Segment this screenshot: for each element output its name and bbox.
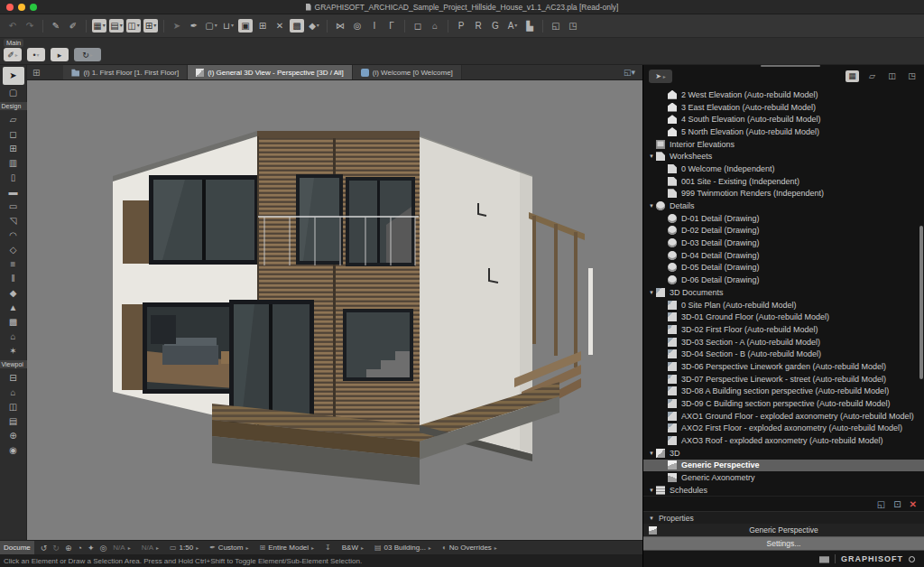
element-table-icon[interactable]: ⊞ (255, 19, 270, 33)
object-tool[interactable]: ⌂ (3, 330, 24, 343)
quick-refresh-button[interactable]: ↻▸ (74, 48, 101, 61)
home-story-icon[interactable]: ⌂ (428, 19, 442, 33)
zoom-in-icon[interactable]: ⊕ (65, 544, 72, 553)
rotation-control[interactable]: N/A▸ (142, 544, 159, 552)
redo-icon[interactable]: ↷ (23, 19, 37, 33)
quick-option-1-button[interactable]: ✐▸ (4, 48, 22, 61)
tree-item[interactable]: ▼Schedules (643, 484, 924, 496)
layout-book-icon[interactable]: ◫ (885, 70, 899, 82)
tab-general-3d-view[interactable]: (i) General 3D View - Perspective [3D / … (188, 65, 353, 79)
favorite-wall-icon[interactable]: ▦▾ (92, 19, 106, 33)
tree-item[interactable]: 3 East Elevation (Auto-rebuild Model) (643, 101, 924, 114)
anchor-point-icon[interactable]: ⊔▾ (221, 19, 236, 33)
tree-item[interactable]: 001 Site - Existing (Independent) (643, 175, 924, 188)
3d-viewport[interactable] (27, 80, 642, 540)
morph-tool[interactable]: ◆ (3, 286, 24, 300)
marquee-options-icon[interactable]: ▢▾ (204, 19, 218, 33)
find-select-icon[interactable]: ◎ (350, 19, 365, 33)
arrow-tool[interactable]: ➤ (3, 67, 24, 85)
tree-item[interactable]: 3D-03 Section - A (Auto-rebuild Model) (643, 336, 924, 349)
tree-item[interactable]: Generic Perspective (643, 460, 924, 472)
grid-snap-toggle-icon[interactable]: ▣ (238, 19, 253, 33)
skylight-tool[interactable]: ◇ (3, 243, 24, 256)
tree-item[interactable]: D-05 Detail (Drawing) (643, 262, 924, 274)
tree-item[interactable]: Generic Axonometry (643, 471, 924, 484)
section-tool[interactable]: ⊟ (3, 371, 24, 385)
shell-tool[interactable]: ◠ (3, 228, 24, 242)
mesh-tool[interactable]: ▲ (3, 301, 24, 314)
beam-tool[interactable]: ▬ (3, 185, 24, 199)
project-map-icon[interactable]: ▦ (845, 70, 859, 82)
tree-item[interactable]: D-01 Detail (Drawing) (643, 212, 924, 225)
tree-item[interactable]: ▼Details (643, 200, 924, 212)
explore-icon[interactable]: ✦ (88, 544, 95, 553)
zoom-level-control[interactable]: N/A▸ (113, 544, 130, 552)
tree-item[interactable]: D-04 Detail (Drawing) (643, 249, 924, 262)
lamp-tool[interactable]: ✶ (3, 344, 24, 358)
tree-item[interactable]: Interior Elevations (643, 138, 924, 151)
zone-tool[interactable]: ▩ (3, 315, 24, 329)
favorite-door-icon[interactable]: ◫▾ (126, 19, 141, 33)
copy-settings-icon[interactable]: ◱ (549, 19, 563, 33)
undo-icon[interactable]: ↶ (5, 19, 20, 33)
pick-up-parameters-icon[interactable]: ✎ (49, 19, 63, 33)
location-icon[interactable]: G (488, 19, 503, 33)
door-tool[interactable]: ◻ (3, 127, 24, 141)
favorite-object-icon[interactable]: ⊞▾ (143, 19, 158, 33)
model-filter-control[interactable]: ⊞Entire Model▸ (259, 544, 314, 552)
tree-item[interactable]: AXO1 Ground Floor - exploded axonometry … (643, 410, 924, 423)
favorite-slab-icon[interactable]: ▤▾ (109, 19, 124, 33)
trace-reference-icon[interactable]: ➤ (170, 19, 184, 33)
clone-folder-icon[interactable]: ◱ (877, 499, 885, 509)
disclosure-triangle-icon[interactable]: ▼ (647, 488, 656, 493)
tree-item[interactable]: 3D-09 C Building section perspective (Au… (643, 397, 924, 410)
tree-item[interactable]: AXO3 Roof - exploded axonometry (Auto-re… (643, 434, 924, 447)
profile-corner-icon[interactable]: Γ (384, 19, 399, 33)
curtain-wall-tool[interactable]: ▥ (3, 156, 24, 170)
quick-layout-grid-icon[interactable]: ⊞ (32, 68, 40, 78)
settings-button[interactable]: Settings... (643, 536, 924, 551)
column-tool[interactable]: ▯ (3, 171, 24, 184)
tree-item[interactable]: 0 Welcome (Independent) (643, 163, 924, 175)
tree-item[interactable]: 4 South Elevation (Auto-rebuild Model) (643, 113, 924, 125)
scale-control[interactable]: ▭1:50▸ (170, 544, 199, 552)
tree-item[interactable]: ▼Worksheets (643, 150, 924, 163)
publisher-sets-icon[interactable]: ◳ (905, 70, 919, 82)
elevation-tool[interactable]: ⌂ (3, 386, 24, 399)
tree-item[interactable]: AXO2 First Floor - exploded axonometry (… (643, 423, 924, 435)
navigator-mode-button[interactable]: ➤▸ (649, 70, 672, 83)
pen-set-icon[interactable]: ✒ (187, 19, 201, 33)
disclosure-triangle-icon[interactable]: ▼ (647, 451, 656, 456)
tree-item[interactable]: 3D-04 Section - B (Auto-rebuild Model) (643, 348, 924, 360)
tree-item[interactable]: 5 North Elevation (Auto-rebuild Model) (643, 125, 924, 138)
building-material-icon[interactable]: ▙ (522, 19, 537, 33)
tree-item[interactable]: ▼3D Documents (643, 286, 924, 299)
railing-tool[interactable]: ‖ (3, 272, 24, 285)
tree-item[interactable]: 999 Twinmotion Renders (Independent) (643, 188, 924, 200)
tree-item[interactable]: 0 Site Plan (Auto-rebuild Model) (643, 299, 924, 311)
disclosure-triangle-icon[interactable]: ▼ (647, 203, 656, 209)
orbit-icon[interactable]: ◔ (77, 544, 81, 553)
interior-elevation-tool[interactable]: ◫ (3, 400, 24, 414)
layer-settings-icon[interactable]: ◆▾ (307, 19, 321, 33)
delete-viewpoint-icon[interactable]: ✕ (910, 499, 917, 509)
tree-item[interactable]: ▼3D (643, 447, 924, 460)
tree-item[interactable]: 3D-08 A Building section perspective (Au… (643, 386, 924, 398)
properties-header[interactable]: ▼ Properties (643, 511, 924, 524)
new-viewpoint-icon[interactable]: ⊡ (893, 499, 901, 509)
tab-overview-icon[interactable]: ◱▾ (624, 68, 635, 77)
quick-option-3-button[interactable]: ▸ (51, 48, 69, 61)
worksheet-tool[interactable]: ▤ (3, 414, 24, 428)
quick-option-2-button[interactable]: •▾ (27, 48, 45, 61)
pen-set-control-control[interactable]: ✒Custom▸ (209, 544, 248, 552)
align-options-icon[interactable]: A▾ (505, 19, 520, 33)
layer-combination-control[interactable]: ▤03 Building...▸ (374, 544, 431, 552)
window-tool[interactable]: ⊞ (3, 142, 24, 155)
window-settings-icon[interactable]: ◻ (411, 19, 425, 33)
tree-item[interactable]: 3D-06 Perspective Linework garden (Auto-… (643, 360, 924, 373)
stair-tool[interactable]: ≡ (3, 257, 24, 271)
tree-item[interactable]: 3D-02 First Floor (Auto-rebuild Model) (643, 323, 924, 336)
delete-element-icon[interactable]: ✕ (273, 19, 287, 33)
pin-control[interactable]: ↧ (325, 544, 331, 552)
camera-tool[interactable]: ◉ (3, 443, 24, 457)
